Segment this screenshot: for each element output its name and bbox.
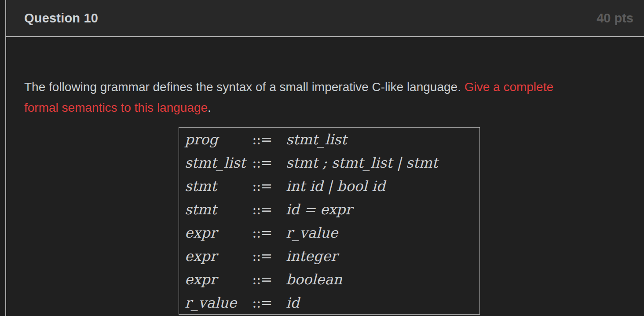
question-text: The following grammar defines the syntax… [24, 77, 626, 118]
question-points: 40 pts [596, 11, 633, 26]
question-title: Question 10 [24, 11, 98, 26]
table-row: prog ::= stmt_list [179, 128, 480, 151]
grammar-lhs: stmt [179, 174, 249, 198]
question-text-red-line1: Give a complete [465, 80, 553, 94]
grammar-lhs: expr [179, 244, 249, 268]
grammar-rhs: int id | bool id [282, 174, 480, 198]
grammar-op: ::= [249, 198, 282, 221]
table-row: expr ::= boolean [179, 268, 480, 291]
question-header: Question 10 40 pts [6, 0, 644, 37]
table-row: r_value ::= id [179, 291, 480, 315]
question-body: The following grammar defines the syntax… [6, 77, 644, 315]
grammar-op: ::= [249, 291, 282, 315]
grammar-op: ::= [249, 128, 282, 151]
grammar-lhs: stmt_list [179, 151, 249, 174]
table-row: expr ::= integer [179, 244, 480, 268]
grammar-lhs: expr [179, 268, 249, 291]
grammar-rhs: r_value [282, 221, 480, 244]
grammar-op: ::= [249, 244, 282, 268]
grammar-op: ::= [249, 151, 282, 174]
question-text-period: . [208, 101, 211, 114]
grammar-rhs: id = expr [282, 198, 480, 221]
question-text-normal: The following grammar defines the syntax… [24, 80, 465, 94]
grammar-rhs: stmt_list [282, 128, 480, 151]
grammar-op: ::= [249, 221, 282, 244]
grammar-rhs: stmt ; stmt_list | stmt [282, 151, 480, 174]
grammar-rhs: id [282, 291, 480, 315]
grammar-table: prog ::= stmt_list stmt_list ::= stmt ; … [179, 127, 480, 315]
grammar-lhs: prog [179, 128, 249, 151]
table-row: stmt ::= int id | bool id [179, 174, 480, 198]
grammar-table-body: prog ::= stmt_list stmt_list ::= stmt ; … [179, 128, 480, 315]
table-row: stmt ::= id = expr [179, 198, 480, 221]
grammar-op: ::= [249, 268, 282, 291]
table-row: stmt_list ::= stmt ; stmt_list | stmt [179, 151, 480, 174]
grammar-lhs: expr [179, 221, 249, 244]
grammar-op: ::= [249, 174, 282, 198]
question-card: Question 10 40 pts The following grammar… [5, 0, 644, 316]
grammar-rhs: boolean [282, 268, 480, 291]
table-row: expr ::= r_value [179, 221, 480, 244]
grammar-lhs: stmt [179, 198, 249, 221]
question-text-red-line2: formal semantics to this language [24, 101, 208, 114]
grammar-lhs: r_value [179, 291, 249, 315]
grammar-rhs: integer [282, 244, 480, 268]
